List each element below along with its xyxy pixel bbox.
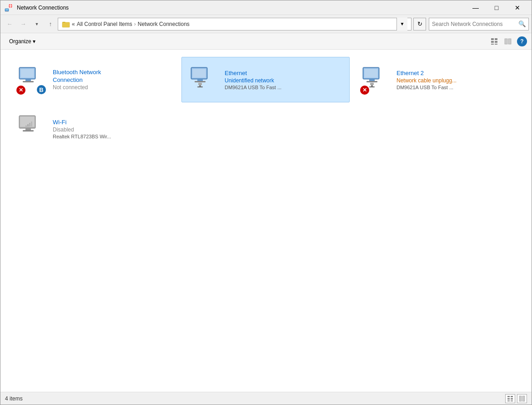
details-view-icon (491, 38, 498, 45)
svg-rect-8 (495, 38, 497, 40)
svg-rect-34 (365, 69, 377, 77)
toolbar-right: ? (488, 35, 527, 48)
bluetooth-network-name2: Connection (53, 76, 101, 83)
back-button[interactable]: ← (3, 18, 16, 30)
breadcrumb-separator: › (134, 21, 136, 27)
svg-rect-29 (197, 86, 203, 87)
svg-rect-13 (505, 39, 507, 44)
status-bar-view-controls (505, 394, 527, 403)
ethernet-network-info: Ethernet Unidentified network DM9621A US… (225, 70, 281, 90)
svg-rect-26 (193, 69, 206, 77)
ethernet-computer-icon (187, 64, 215, 91)
breadcrumb: « All Control Panel Items › Network Conn… (72, 21, 395, 27)
ethernet2-disconnected-x-icon: ✕ (360, 86, 369, 95)
address-dropdown-button[interactable]: ▼ (396, 18, 407, 30)
svg-rect-42 (25, 126, 27, 127)
svg-rect-14 (508, 39, 511, 44)
breadcrumb-part1[interactable]: All Control Panel Items (77, 21, 132, 27)
wifi-network-adapter: Realtek RTL8723BS Wir... (53, 134, 111, 139)
svg-rect-25 (195, 81, 206, 82)
network-item-wifi[interactable]: Wi-Fi Disabled Realtek RTL8723BS Wir... (10, 106, 178, 152)
window-title: Network Connections (17, 5, 465, 11)
ethernet2-icon-container: ✕ (359, 64, 391, 96)
svg-rect-11 (491, 44, 494, 45)
status-details-icon (507, 395, 513, 402)
close-button[interactable]: ✕ (507, 0, 528, 15)
minimize-button[interactable]: — (465, 0, 486, 15)
status-bar: 4 items (0, 392, 532, 405)
organize-button[interactable]: Organize ▾ (5, 35, 40, 47)
forward-button[interactable]: → (17, 18, 30, 30)
svg-rect-32 (369, 79, 375, 81)
wifi-computer-icon (15, 113, 43, 140)
network-item-bluetooth[interactable]: ✕ B Bluetooth Network Connection Not con… (10, 57, 178, 102)
svg-rect-40 (25, 128, 31, 130)
status-details-view-button[interactable] (505, 394, 515, 403)
organize-label: Organize (9, 38, 31, 45)
svg-rect-17 (25, 79, 31, 81)
wifi-network-status: Disabled (53, 127, 111, 133)
svg-rect-43 (27, 124, 29, 127)
wifi-network-name: Wi-Fi (53, 119, 111, 126)
svg-rect-35 (370, 83, 374, 85)
svg-rect-27 (198, 83, 202, 85)
breadcrumb-prefix: « (72, 21, 75, 27)
svg-rect-24 (197, 79, 203, 81)
svg-rect-33 (366, 81, 377, 82)
view-details-button[interactable] (488, 35, 501, 48)
view-tiles-button[interactable] (502, 35, 514, 48)
search-button[interactable]: 🔍 (516, 18, 528, 30)
address-field[interactable]: « All Control Panel Items › Network Conn… (58, 18, 412, 30)
svg-rect-50 (507, 400, 510, 401)
svg-rect-28 (199, 85, 201, 86)
refresh-button[interactable]: ↻ (413, 18, 426, 30)
status-tiles-icon (519, 395, 525, 402)
svg-text:B: B (39, 86, 43, 93)
bluetooth-network-status: Not connected (53, 84, 101, 91)
svg-rect-12 (495, 44, 497, 45)
item-count: 4 items (5, 395, 23, 402)
ethernet2-network-name: Ethernet 2 (396, 70, 457, 76)
ethernet-network-adapter: DM9621A USB To Fast ... (225, 85, 281, 90)
svg-rect-45 (31, 122, 32, 127)
svg-rect-37 (369, 86, 375, 87)
svg-rect-47 (511, 396, 513, 397)
bluetooth-network-info: Bluetooth Network Connection Not connect… (53, 69, 101, 91)
svg-rect-41 (23, 130, 34, 132)
ethernet2-network-status: Network cable unplugg... (396, 77, 457, 84)
svg-rect-49 (511, 398, 513, 400)
svg-rect-36 (371, 85, 373, 86)
network-item-ethernet2[interactable]: ✕ Ethernet 2 Network cable unplugg... DM… (353, 57, 522, 102)
ethernet-network-status: Unidentified network (225, 77, 281, 84)
search-input[interactable] (429, 21, 516, 27)
status-tiles-view-button[interactable] (517, 394, 527, 403)
disconnected-x-icon: ✕ (16, 86, 25, 95)
svg-rect-10 (495, 41, 497, 43)
ethernet2-network-adapter: DM9621A USB To Fast ... (396, 85, 457, 90)
svg-rect-6 (62, 22, 70, 27)
svg-rect-9 (491, 41, 494, 43)
svg-rect-7 (491, 38, 494, 40)
bluetooth-overlay-icon: B (36, 85, 46, 95)
app-icon (4, 3, 13, 12)
main-content: ✕ B Bluetooth Network Connection Not con… (0, 50, 532, 393)
window-controls: — □ ✕ (465, 0, 528, 15)
breadcrumb-part2[interactable]: Network Connections (138, 21, 190, 27)
svg-rect-19 (21, 69, 34, 77)
toolbar: Organize ▾ ? (0, 33, 532, 50)
svg-rect-48 (507, 398, 510, 400)
ethernet-network-name: Ethernet (225, 70, 281, 76)
wifi-network-info: Wi-Fi Disabled Realtek RTL8723BS Wir... (53, 119, 111, 139)
help-button[interactable]: ? (517, 36, 527, 46)
svg-rect-51 (511, 400, 513, 401)
maximize-button[interactable]: □ (486, 0, 507, 15)
svg-rect-18 (23, 81, 34, 82)
folder-icon (62, 20, 70, 28)
svg-rect-52 (519, 396, 522, 401)
svg-rect-46 (507, 396, 510, 397)
title-bar: Network Connections — □ ✕ (0, 0, 532, 15)
network-item-ethernet[interactable]: Ethernet Unidentified network DM9621A US… (181, 57, 350, 102)
recent-locations-button[interactable]: ▼ (30, 18, 43, 30)
toolbar-left: Organize ▾ (5, 35, 40, 47)
up-button[interactable]: ↑ (44, 18, 57, 30)
